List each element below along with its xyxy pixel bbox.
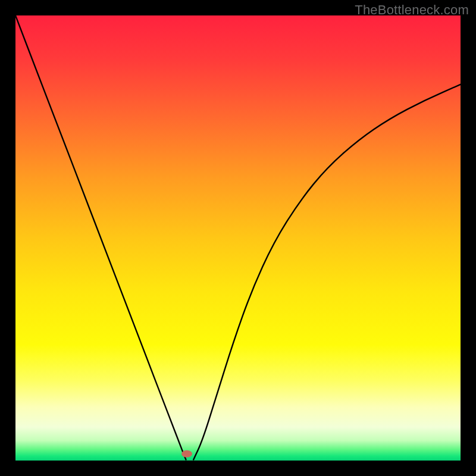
- chart-svg: [15, 15, 461, 461]
- chart-frame: [15, 15, 461, 461]
- optimal-point-marker: [181, 450, 192, 458]
- watermark-text: TheBottleneck.com: [355, 2, 469, 18]
- gradient-background: [15, 15, 461, 461]
